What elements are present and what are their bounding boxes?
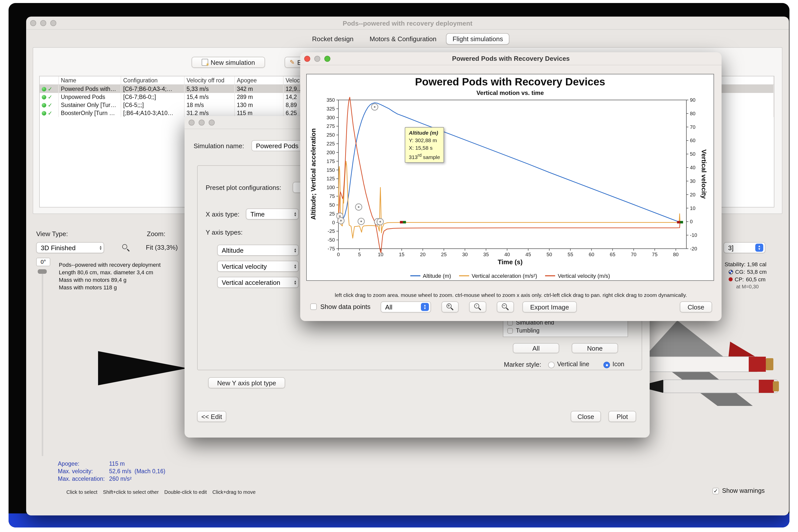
cg-icon	[729, 269, 733, 274]
max-acceleration-stat-label: Max. acceleration:	[58, 476, 109, 482]
svg-text:175: 175	[327, 158, 335, 164]
column-velocity-off-rod[interactable]: Velocity off rod	[184, 76, 235, 84]
rocket-nose-3d-render	[98, 348, 188, 388]
data-point-tooltip: Altitude (m) Y: 302,88 m X: 15,58 s 313r…	[405, 127, 444, 163]
view-type-select[interactable]: 3D Finished ▴▾	[36, 242, 104, 253]
new-simulation-label: New simulation	[211, 58, 255, 66]
chevron-updown-icon: ▴▾	[97, 245, 104, 250]
status-cell: ✓	[40, 85, 59, 93]
zoom-value[interactable]: Fit (33,3%)	[146, 244, 178, 251]
max-acceleration-stat: Max. acceleration:260 m/s²	[58, 476, 132, 482]
dialog-close-button[interactable]: Close	[571, 411, 601, 422]
edit-back-button[interactable]: << Edit	[197, 411, 226, 422]
marker-vertical-line-radio[interactable]	[548, 362, 555, 368]
zoom-out-button[interactable]: −	[497, 301, 514, 312]
svg-text:-75: -75	[328, 246, 335, 251]
cell-name: Powered Pods with…	[59, 85, 121, 93]
show-data-points-checkbox[interactable]	[310, 303, 317, 310]
tab-flight-simulations[interactable]: Flight simulations	[446, 33, 510, 45]
y-axis-type-select[interactable]: Vertical velocity ▴▾	[217, 261, 299, 272]
svg-text:30: 30	[462, 252, 468, 257]
cg-label: CG:	[735, 269, 745, 275]
rocket-info-line: Mass with no motors 89,4 g	[59, 276, 161, 284]
show-warnings-checkbox[interactable]: ✓	[712, 488, 719, 494]
chevron-updown-icon: ▴▾	[292, 211, 298, 217]
chart-legend: Altitude (m) Vertical acceleration (m/s²…	[307, 273, 713, 279]
apogee-stat-label: Apogee:	[58, 461, 109, 467]
series-filter-select[interactable]: All ▴▾	[381, 301, 431, 312]
svg-text:225: 225	[327, 141, 335, 147]
legend-swatch	[410, 275, 420, 276]
show-warnings-control[interactable]: ✓ Show warnings	[712, 487, 765, 494]
x-axis-type-select[interactable]: Time ▴▾	[246, 208, 299, 220]
y-axis-type-select[interactable]: Vertical acceleration ▴▾	[217, 277, 299, 288]
new-simulation-button[interactable]: ✶ New simulation	[192, 57, 265, 68]
max-velocity-stat-value: 52,6 m/s (Mach 0,16)	[109, 468, 165, 474]
events-all-button[interactable]: All	[513, 343, 559, 353]
legend-label: Altitude (m)	[423, 273, 451, 279]
plot-titlebar[interactable]: Powered Pods with Recovery Devices	[300, 52, 722, 65]
cp-line: CP: 60,5 cm	[729, 276, 765, 282]
rotation-slider-track[interactable]	[42, 269, 43, 456]
zoom-reset-button[interactable]: ▫	[469, 301, 486, 312]
stability-value: 1,98 cal	[747, 261, 766, 267]
rocket-info: Pods--powered with recovery deployment L…	[59, 261, 161, 291]
zoom-in-button[interactable]: +	[441, 301, 458, 312]
cell-apogee: 342 m	[235, 85, 284, 93]
y-axis-type-value: Vertical acceleration	[222, 279, 280, 286]
plot-window: Powered Pods with Recovery Devices Power…	[300, 52, 722, 321]
status-ok-icon	[42, 111, 46, 115]
column-configuration[interactable]: Configuration	[121, 76, 184, 84]
cell-name: Unpowered Pods	[59, 93, 121, 101]
svg-text:275: 275	[327, 123, 335, 129]
plot-window-title: Powered Pods with Recovery Devices	[300, 55, 722, 62]
close-window-icon[interactable]	[188, 119, 195, 125]
view-type-value: 3D Finished	[41, 244, 76, 251]
y-axis-type-select[interactable]: Altitude ▴▾	[217, 245, 299, 256]
event-checkbox[interactable]	[507, 328, 513, 333]
cell-configuration: [C6-7;B6-0;A3-4;…	[121, 85, 184, 93]
minimize-window-icon[interactable]	[199, 119, 205, 125]
marker-style-label: Marker style:	[504, 361, 541, 368]
svg-text:40: 40	[690, 165, 695, 170]
svg-text:0: 0	[332, 220, 335, 225]
zoom-magnifier-icon[interactable]	[122, 244, 130, 252]
simulation-name-label: Simulation name:	[194, 142, 244, 150]
tooltip-sample: 313rd sample	[409, 152, 440, 161]
tooltip-series: Altitude (m)	[409, 129, 440, 137]
plot-canvas[interactable]: 05101520253035404550556065707580-75-50-2…	[307, 74, 714, 281]
chart-panel[interactable]: Powered Pods with Recovery Devices Verti…	[306, 74, 714, 281]
statusbar-hints: Click to select Shift+click to select ot…	[66, 489, 256, 495]
tab-rocket-design[interactable]: Rocket design	[306, 33, 360, 45]
svg-text:50: 50	[690, 151, 695, 157]
rotation-slider-handle[interactable]	[38, 269, 47, 274]
rotation-value[interactable]: 0°	[36, 258, 50, 266]
configuration-select[interactable]: 3] ▴▾	[724, 242, 765, 253]
window-title: Pods--powered with recovery deployment	[26, 20, 789, 27]
main-titlebar[interactable]: Pods--powered with recovery deployment	[26, 17, 789, 30]
svg-text:30: 30	[690, 178, 695, 184]
show-data-points-control[interactable]: Show data points	[310, 303, 370, 310]
new-y-axis-plot-type-button[interactable]: New Y axis plot type	[208, 377, 285, 388]
cell-configuration: [C6-5;;;]	[121, 101, 184, 109]
column-apogee[interactable]: Apogee	[235, 76, 284, 84]
chevron-updown-icon: ▴▾	[755, 244, 763, 252]
dialog-plot-button[interactable]: Plot	[609, 411, 636, 422]
marker-icon-radio[interactable]	[603, 362, 610, 368]
svg-text:125: 125	[327, 176, 335, 182]
column-name[interactable]: Name	[59, 76, 121, 84]
svg-text:80: 80	[690, 111, 695, 116]
tab-motors-configuration[interactable]: Motors & Configuration	[363, 33, 443, 45]
marker-icon-label[interactable]: Icon	[613, 361, 624, 368]
events-none-button[interactable]: None	[572, 343, 618, 353]
svg-text:-10: -10	[690, 232, 697, 238]
cg-line: CG: 53,8 cm	[729, 269, 766, 275]
zoom-window-icon[interactable]	[209, 119, 215, 125]
export-image-button[interactable]: Export Image	[523, 301, 577, 312]
configuration-value: 3]	[728, 244, 733, 251]
event-item[interactable]: Tumbling	[507, 327, 540, 334]
legend-label: Vertical acceleration (m/s²)	[472, 273, 537, 279]
plot-close-button[interactable]: Close	[680, 301, 712, 312]
marker-vertical-line-label[interactable]: Vertical line	[557, 361, 589, 368]
y-axis-type-value: Altitude	[222, 246, 243, 254]
